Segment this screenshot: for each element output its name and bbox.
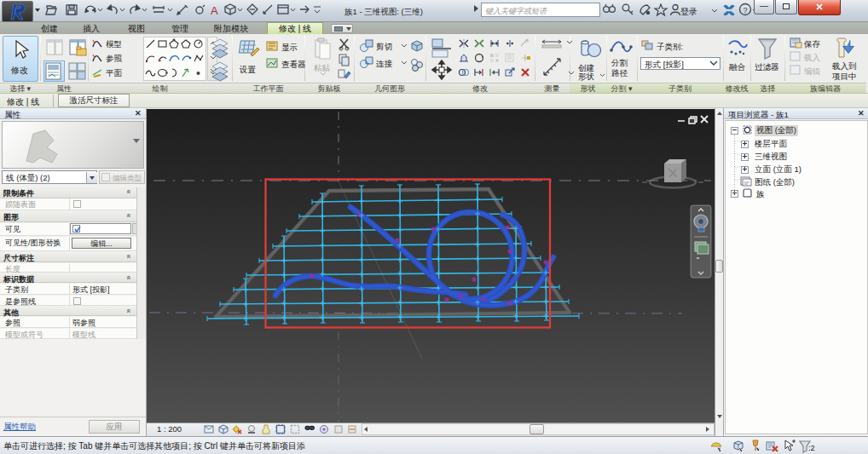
svg-text:A: A (211, 4, 218, 17)
svg-text:?: ? (744, 6, 748, 14)
